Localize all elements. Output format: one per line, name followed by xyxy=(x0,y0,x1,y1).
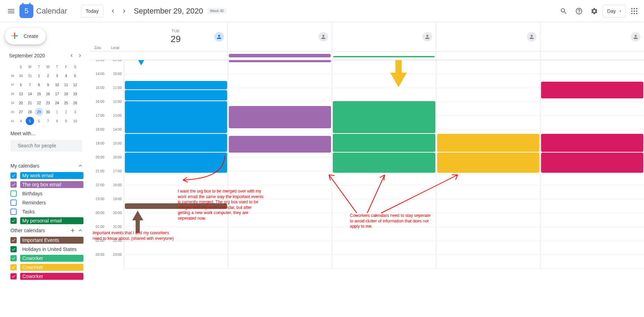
hamburger-menu[interactable] xyxy=(3,3,19,19)
mini-day[interactable]: 25 xyxy=(62,99,70,107)
mini-day[interactable]: 30 xyxy=(17,72,25,80)
mini-day[interactable]: 2 xyxy=(62,108,70,116)
day-column[interactable] xyxy=(332,60,436,269)
calendar-event[interactable] xyxy=(125,134,227,152)
my-calendars-toggle[interactable]: My calendars xyxy=(3,161,89,171)
mini-day[interactable]: 10 xyxy=(53,81,61,89)
calendar-item[interactable]: Coworker xyxy=(3,263,89,272)
calendar-event[interactable] xyxy=(333,101,435,133)
calendar-event[interactable] xyxy=(125,203,227,209)
calendar-event[interactable] xyxy=(125,90,227,100)
logo[interactable]: 5 Calendar xyxy=(19,4,67,18)
day-column-header[interactable] xyxy=(540,22,644,51)
mini-day[interactable]: 29 xyxy=(35,108,43,116)
mini-day[interactable]: 20 xyxy=(17,99,25,107)
mini-day[interactable]: 19 xyxy=(71,90,79,98)
mini-day[interactable]: 16 xyxy=(44,90,52,98)
mini-day[interactable]: 22 xyxy=(35,99,43,107)
mini-prev[interactable] xyxy=(67,51,76,60)
calendar-event[interactable] xyxy=(176,108,227,120)
calendar-checkbox[interactable] xyxy=(10,237,17,243)
mini-day[interactable]: 10 xyxy=(71,117,79,125)
calendar-checkbox[interactable] xyxy=(10,246,17,252)
calendar-item[interactable]: Birthdays xyxy=(3,189,89,198)
mini-day[interactable]: 1 xyxy=(53,108,61,116)
calendar-item[interactable]: Tasks xyxy=(3,207,89,216)
allday-cell[interactable] xyxy=(540,51,644,60)
avatar-icon[interactable] xyxy=(422,32,432,42)
calendar-event[interactable] xyxy=(424,105,435,119)
mini-day[interactable]: 1 xyxy=(35,72,43,80)
calendar-item[interactable]: Coworker xyxy=(3,254,89,263)
allday-cell[interactable] xyxy=(332,51,436,60)
calendar-event[interactable] xyxy=(437,134,539,152)
mini-day[interactable]: 7 xyxy=(26,81,34,89)
calendar-event[interactable] xyxy=(229,136,331,153)
calendar-event[interactable] xyxy=(333,153,435,173)
mini-day[interactable]: 4 xyxy=(62,72,70,80)
calendar-event[interactable] xyxy=(541,82,643,98)
mini-day[interactable]: 12 xyxy=(71,81,79,89)
allday-cell[interactable] xyxy=(436,51,540,60)
prev-day-button[interactable] xyxy=(107,6,119,17)
apps-button[interactable] xyxy=(627,4,641,18)
mini-day[interactable]: 17 xyxy=(53,90,61,98)
today-button[interactable]: Today xyxy=(81,5,103,17)
mini-day[interactable]: 26 xyxy=(71,99,79,107)
search-people-input[interactable] xyxy=(18,143,79,148)
mini-day[interactable]: 15 xyxy=(35,90,43,98)
day-column[interactable] xyxy=(540,60,644,269)
calendar-item[interactable]: Reminders xyxy=(3,198,89,207)
mini-day[interactable]: 27 xyxy=(17,108,25,116)
calendar-item[interactable]: The org box email xyxy=(3,180,89,189)
avatar-icon[interactable] xyxy=(527,32,537,42)
avatar-icon[interactable] xyxy=(214,32,224,42)
day-column[interactable] xyxy=(228,60,332,269)
create-button[interactable]: Create xyxy=(5,28,46,44)
mini-day[interactable]: 4 xyxy=(17,117,25,125)
calendar-item[interactable]: Coworker xyxy=(3,272,89,281)
calendar-checkbox[interactable] xyxy=(10,255,17,261)
calendar-checkbox[interactable] xyxy=(10,218,17,224)
mini-day[interactable]: 28 xyxy=(26,108,34,116)
mini-day[interactable]: 3 xyxy=(71,108,79,116)
search-people[interactable] xyxy=(10,140,82,152)
day-column-header[interactable] xyxy=(436,22,540,51)
mini-day[interactable]: 18 xyxy=(62,90,70,98)
mini-day[interactable]: 8 xyxy=(35,81,43,89)
calendar-item[interactable]: Important Events xyxy=(3,236,89,245)
day-column[interactable] xyxy=(124,60,228,269)
calendar-checkbox[interactable] xyxy=(10,264,17,270)
calendar-item[interactable]: My personal email xyxy=(3,216,89,225)
mini-day[interactable]: 6 xyxy=(17,81,25,89)
mini-day[interactable]: 6 xyxy=(35,117,43,125)
mini-day[interactable]: 24 xyxy=(53,99,61,107)
mini-day[interactable]: 9 xyxy=(62,117,70,125)
help-button[interactable] xyxy=(572,4,586,18)
calendar-event[interactable] xyxy=(229,106,331,128)
view-selector[interactable]: Day xyxy=(603,5,626,17)
calendar-item[interactable]: My work email xyxy=(3,171,89,180)
calendar-event[interactable] xyxy=(634,142,643,150)
avatar-icon[interactable] xyxy=(319,32,328,42)
next-day-button[interactable] xyxy=(119,6,130,17)
calendar-event[interactable] xyxy=(437,153,539,173)
mini-next[interactable] xyxy=(76,51,84,60)
day-column[interactable] xyxy=(436,60,540,269)
settings-button[interactable] xyxy=(587,4,601,18)
mini-day[interactable]: 5 xyxy=(26,117,34,125)
mini-day[interactable]: 5 xyxy=(71,72,79,80)
mini-day[interactable]: 30 xyxy=(44,108,52,116)
mini-day[interactable]: 8 xyxy=(53,117,61,125)
calendar-checkbox[interactable] xyxy=(10,200,17,206)
calendar-event[interactable] xyxy=(541,134,643,152)
calendar-checkbox[interactable] xyxy=(10,172,17,179)
mini-day[interactable]: 2 xyxy=(44,72,52,80)
calendar-checkbox[interactable] xyxy=(10,190,17,197)
mini-day[interactable]: 31 xyxy=(26,72,34,80)
calendar-event[interactable] xyxy=(541,153,643,173)
calendar-event[interactable] xyxy=(125,81,227,89)
day-column-header[interactable] xyxy=(227,22,331,51)
avatar-icon[interactable] xyxy=(631,32,641,42)
calendar-event[interactable] xyxy=(333,134,435,152)
